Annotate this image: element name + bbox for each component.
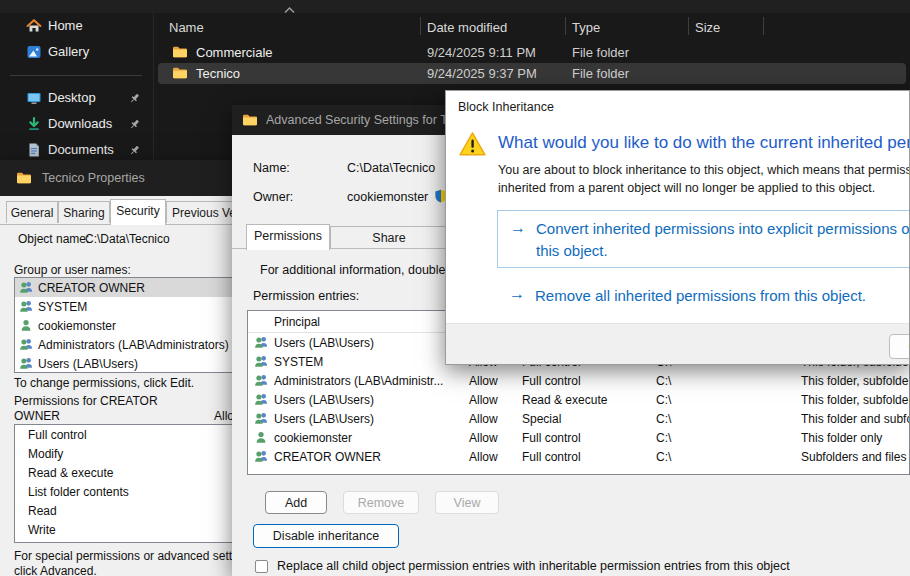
- cell-principal: Administrators (LAB\Administr...: [274, 374, 443, 388]
- list-item[interactable]: CREATOR OWNER: [15, 278, 233, 297]
- table-row[interactable]: CREATOR OWNER Allow Full control C:\ Sub…: [248, 447, 909, 466]
- tab-security[interactable]: Security: [110, 199, 166, 225]
- sidebar-item-label: Gallery: [48, 44, 89, 59]
- cell-access: Full control: [522, 450, 581, 464]
- command-link-text-line2: this object.: [536, 242, 608, 259]
- list-item[interactable]: cookiemonster: [15, 316, 233, 335]
- tecnico-properties-dialog: Tecnico Properties General Sharing Secur…: [0, 160, 237, 576]
- cell-type: Allow: [469, 431, 498, 445]
- group-user-names-label: Group or user names:: [14, 263, 131, 277]
- user-icon: [254, 430, 269, 445]
- principal-name: SYSTEM: [38, 300, 87, 314]
- group-icon: [19, 299, 34, 314]
- folder-icon: [16, 170, 32, 186]
- permission-name: Full control: [28, 428, 87, 442]
- cell-principal: Users (LAB\Users): [274, 412, 374, 426]
- permission-name: Read: [28, 504, 57, 518]
- remove-permissions-command-link[interactable]: → Remove all inherited permissions from …: [497, 285, 910, 309]
- dialog-body-line2: inherited from a parent object will no l…: [498, 181, 875, 195]
- file-row-tecnico[interactable]: Tecnico 9/24/2025 9:37 PM File folder: [158, 63, 906, 84]
- list-item[interactable]: Users (LAB\Users): [15, 354, 233, 373]
- list-item[interactable]: SYSTEM: [15, 297, 233, 316]
- command-link-text: Remove all inherited permissions from th…: [535, 287, 866, 304]
- tab-permissions[interactable]: Permissions: [246, 224, 330, 250]
- disable-inheritance-button[interactable]: Disable inheritance: [253, 524, 399, 548]
- permission-name: Modify: [28, 447, 63, 461]
- group-icon: [254, 449, 269, 464]
- dialog-footer: Cancel: [446, 323, 909, 365]
- table-row[interactable]: Users (LAB\Users) Allow Read & execute C…: [248, 390, 909, 409]
- table-row[interactable]: cookiemonster Allow Full control C:\ Thi…: [248, 428, 909, 447]
- group-icon: [254, 354, 269, 369]
- edit-note: To change permissions, click Edit.: [14, 376, 194, 390]
- sidebar-item-label: Downloads: [48, 116, 112, 131]
- sidebar-item-desktop[interactable]: Desktop: [6, 86, 152, 112]
- cell-applies-to: This folder only: [801, 431, 882, 445]
- sidebar-item-label: Home: [48, 18, 83, 33]
- tab-share[interactable]: Share: [330, 226, 448, 248]
- cell-inherited-from: C:\: [656, 450, 671, 464]
- permission-entries-label: Permission entries:: [253, 289, 359, 303]
- file-type: File folder: [572, 45, 629, 60]
- column-separator[interactable]: [420, 17, 421, 35]
- cell-type: Allow: [469, 450, 498, 464]
- column-header-date-modified[interactable]: Date modified: [427, 20, 507, 35]
- folder-icon: [242, 112, 258, 128]
- tab-general[interactable]: General: [6, 201, 58, 223]
- principal-name: cookiemonster: [38, 319, 116, 333]
- column-separator[interactable]: [565, 17, 566, 35]
- table-row[interactable]: Users (LAB\Users) Allow Special C:\ This…: [248, 409, 909, 428]
- cell-access: Full control: [522, 374, 581, 388]
- table-row[interactable]: Administrators (LAB\Administr... Allow F…: [248, 371, 909, 390]
- properties-titlebar: Tecnico Properties: [0, 160, 237, 196]
- permissions-list[interactable]: Full control Modify Read & execute List …: [14, 424, 234, 543]
- table-header-principal[interactable]: Principal: [274, 315, 320, 329]
- convert-permissions-command-link[interactable]: → Convert inherited permissions into exp…: [497, 210, 910, 268]
- cell-principal: cookiemonster: [274, 431, 352, 445]
- cell-principal: Users (LAB\Users): [274, 336, 374, 350]
- pin-icon: [128, 118, 141, 131]
- cell-applies-to: This folder, subfolders and files: [801, 374, 910, 388]
- replace-permissions-checkbox[interactable]: [255, 560, 268, 573]
- cell-access: Full control: [522, 431, 581, 445]
- advanced-note-line1: For special permissions or advanced sett…: [14, 549, 237, 563]
- sidebar-item-label: Desktop: [48, 90, 96, 105]
- view-button[interactable]: View: [435, 491, 499, 514]
- arrow-right-icon: →: [510, 219, 526, 237]
- downloads-icon: [26, 116, 42, 132]
- sidebar-divider: [10, 75, 142, 76]
- file-row-commerciale[interactable]: Commerciale 9/24/2025 9:11 PM File folde…: [158, 42, 906, 63]
- info-note: For additional information, double-: [260, 263, 450, 277]
- column-header-type[interactable]: Type: [572, 20, 600, 35]
- sidebar-item-gallery[interactable]: Gallery: [6, 40, 152, 66]
- folder-icon: [172, 65, 188, 81]
- list-item[interactable]: Administrators (LAB\Administrators): [15, 335, 233, 354]
- column-separator[interactable]: [763, 17, 764, 35]
- owner-value: cookiemonster: [347, 190, 428, 204]
- group-user-list[interactable]: CREATOR OWNER SYSTEM cookiemonster Admin…: [14, 277, 234, 373]
- documents-icon: [26, 142, 42, 158]
- name-value: C:\Data\Tecnico: [347, 161, 435, 175]
- tab-previous-versions[interactable]: Previous Versions: [166, 201, 237, 223]
- sidebar-item-home[interactable]: Home: [6, 14, 152, 40]
- remove-button[interactable]: Remove: [343, 491, 419, 514]
- column-header-name[interactable]: Name: [169, 20, 204, 35]
- add-button[interactable]: Add: [265, 491, 327, 514]
- cell-type: Allow: [469, 393, 498, 407]
- cell-principal: CREATOR OWNER: [274, 450, 381, 464]
- cancel-button[interactable]: Cancel: [889, 334, 910, 359]
- column-header-size[interactable]: Size: [695, 20, 720, 35]
- cell-access: Special: [522, 412, 561, 426]
- file-date: 9/24/2025 9:11 PM: [427, 45, 536, 60]
- tab-sharing[interactable]: Sharing: [58, 201, 110, 223]
- principal-name: Users (LAB\Users): [38, 357, 138, 371]
- sidebar-item-downloads[interactable]: Downloads: [6, 112, 152, 138]
- folder-icon: [172, 44, 188, 60]
- column-separator[interactable]: [688, 17, 689, 35]
- warning-icon: [459, 131, 486, 157]
- cell-applies-to: Subfolders and files only: [801, 450, 910, 464]
- principal-name: Administrators (LAB\Administrators): [38, 338, 229, 352]
- explorer-toolbar-strip: [0, 0, 910, 13]
- group-icon: [19, 337, 34, 352]
- cell-type: Allow: [469, 412, 498, 426]
